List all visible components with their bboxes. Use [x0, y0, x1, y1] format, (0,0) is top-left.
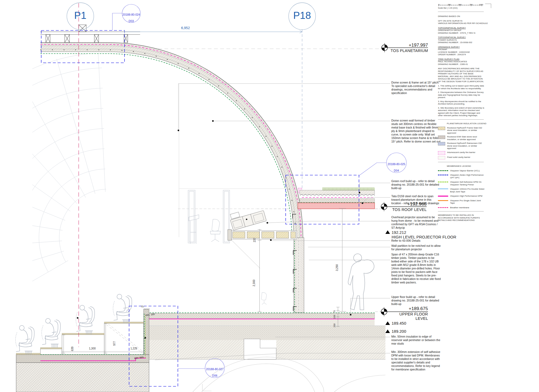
legend-item-label: Breather membrane — [450, 206, 485, 209]
source-title: TOPOGRAPHICAL SURVEY — [438, 36, 490, 39]
grid-markers — [67, 3, 316, 30]
membrane-sample-self-adhesive-dpm — [438, 182, 448, 182]
membrane-sample-dpc — [438, 175, 448, 175]
callout-d04: 20188-80-025 D04 — [385, 159, 408, 175]
note-wall-partition: Wall partition to be notched out to allo… — [391, 244, 441, 251]
source-line: LICENCE NUMBER : 100022432 — [438, 51, 490, 54]
dim-kerb-75: 75 — [140, 305, 143, 308]
steel-deck-zone — [298, 203, 375, 209]
grid-label-p18: P18 — [292, 10, 313, 21]
legend-item-label: Intumescent cavity fire barrier — [447, 151, 483, 154]
architectural-section-sheet: P1 P18 20188-80-024 D03 20188-80-025 D04… — [0, 0, 539, 392]
legend-item-label: Rockwool NyRock® Frame Slab 032 stone wo… — [447, 127, 483, 134]
legend-item: Visqueen Zedex High Performance GPT DPC — [438, 174, 490, 179]
survey-disclaimer: ANY DISCREPANCIES ARISING ARE THE RESPON… — [438, 67, 484, 83]
legend-item: Visqueen High Performance DPM — [438, 195, 490, 197]
source-title: TREE SURVEY PLAN — [438, 58, 490, 61]
source-line: DRAWING NUMBER : 37974_T REV 6 — [438, 32, 490, 34]
survey-source: TOPOGRAPHICAL SURVEY TOWER SURVEYS DRAWI… — [438, 36, 490, 44]
survey-source: ORDNANCE SURVEY PROMAP LICENCE NUMBER : … — [438, 46, 490, 56]
general-note-3: 3. Any discrepancies should be notified … — [438, 100, 484, 105]
level-value-upper-floor: +189.675 — [388, 306, 428, 311]
membrane-sample-joint-tape — [438, 200, 448, 201]
grid-label-p1: P1 — [73, 10, 88, 21]
legend-item-label: Fixed solid cavity barrier — [447, 156, 483, 159]
vapour-barrier-line — [40, 54, 292, 238]
legend-item-label: Visqueen 100mm Pro Double Sided Butyl Jo… — [450, 188, 485, 193]
callout-number: 20188-80-024 — [119, 13, 143, 16]
divider — [438, 12, 484, 12]
x-braced-posts — [46, 34, 128, 43]
level-marker-tos-planetarium — [382, 43, 388, 52]
parapet-structure — [40, 25, 140, 43]
membrane-sample-butyl-tape — [438, 189, 448, 189]
callout-number: 20188-80-027 — [203, 367, 227, 371]
survey-source: GFT ON-SITE SURVEYS VARIOUS INFORMATION … — [438, 20, 490, 25]
green-roof — [298, 188, 375, 209]
insulation-swatch-rainscreen — [438, 142, 445, 145]
dim-screen-wall: 2,300 — [253, 280, 255, 286]
membrane-sample-vcl — [438, 170, 448, 171]
general-note-2: 2. Discrepancies between the Ordnance Su… — [438, 91, 484, 99]
note-upper-floor: Upper floor build up - refer to detail d… — [391, 295, 441, 306]
legend-item: Rockwool NyRock® Frame Slab 032 stone wo… — [438, 127, 490, 134]
callout-number: 20188-80-025 — [385, 162, 408, 166]
office-chair — [210, 219, 220, 242]
legend-item: Rockwool EWI Slab stone wool insulation,… — [438, 136, 490, 141]
legend-item: Visqueen 100mm Pro Double Sided Butyl Jo… — [438, 188, 490, 193]
lectern — [189, 215, 199, 244]
level-label-tos-planetarium: TOS PLANETARIUM — [388, 48, 428, 53]
level-value-projector-floor: 192.212 — [392, 230, 406, 235]
note-refer-43006: Refer to 43-006 Details — [391, 239, 441, 242]
dim-room-height: 3,290 — [336, 264, 338, 271]
source-title: ORDNANCE SURVEY — [438, 46, 490, 48]
legend-item: Rockwool NyRock® Rainscreen 032 stone wo… — [438, 142, 490, 150]
general-note-1: 1. This setting out is based upon third … — [438, 85, 484, 90]
scale-bar-ticks: 0 250 500 750 1000 — [438, 4, 484, 6]
source-line: PROMAP — [438, 48, 490, 51]
source-line: PAUL HICKING ASSOCIATES — [438, 60, 490, 63]
scale-bar-caption: Scale Bar | 1:20 (mm) — [438, 7, 490, 9]
legend-item: Breather membrane — [438, 206, 490, 209]
office-chair-small — [261, 293, 267, 304]
membrane-sample-hp-dpm — [438, 196, 448, 197]
dim-build-250: 250 — [333, 324, 336, 327]
projector-floor — [228, 230, 297, 268]
datum-triangle-189450 — [385, 321, 390, 325]
dim-build-150: 150 — [333, 315, 336, 319]
scale-tick: 1000 — [479, 4, 483, 6]
level-value-tos-planetarium: +197.997 — [388, 43, 428, 48]
divider — [438, 119, 484, 120]
insulation-legend-title: PLANETARIUM INSULATION LEGEND — [447, 122, 490, 125]
callout-sheet: D03 — [119, 19, 143, 23]
datum-lines — [40, 49, 381, 312]
survey-source: TOPOGRAPHICAL SURVEY GREENHATCH GROUP DR… — [438, 27, 490, 34]
source-line: TOWER SURVEYS — [438, 39, 490, 41]
source-line: DRAWING NUMBER : 2285-01 — [438, 63, 490, 66]
level-label-projector-floor: HIGH LEVEL PROJECTOR FLOOR — [392, 235, 456, 239]
insulation-swatch-intumescent — [438, 151, 445, 155]
dimension-overall: 6,952 — [181, 26, 190, 30]
legend-item-label: Rockwool EWI Slab stone wool insulation,… — [447, 136, 483, 141]
survey-source: TREE SURVEY PLAN PAUL HICKING ASSOCIATES… — [438, 58, 490, 66]
dimension-6952 — [125, 30, 302, 34]
legend-item-label: Visqueen Vapour Barrier (VCL) — [450, 169, 485, 172]
callout-sheet: D06 — [203, 374, 227, 377]
membrane-sample-breather — [438, 207, 448, 208]
source-line: DRAWING NUMBER : 15-0008-002 — [438, 41, 490, 44]
legend-item-label: Rockwool NyRock® Rainscreen 032 stone wo… — [447, 142, 483, 150]
standing-person — [348, 254, 374, 310]
source-line: ORDER NUMBER : 2041574 — [438, 53, 490, 56]
legend-item: Intumescent cavity fire barrier — [438, 151, 490, 155]
upper-floor-slab — [147, 313, 385, 359]
scale-tick: 0 — [438, 4, 440, 6]
insulation-swatch-ewi-slab — [438, 136, 445, 139]
source-title: TOPOGRAPHICAL SURVEY — [438, 27, 490, 29]
note-dome-screen-wall: Dome screen wall formed of timber studs … — [391, 119, 441, 143]
divider — [438, 211, 484, 211]
legend-item-label: Visqueen Zedex High Performance GPT DPC — [450, 174, 485, 179]
legend-item: Visqueen Vapour Barrier (VCL) — [438, 169, 490, 172]
dim-riser-977: 977 — [113, 341, 116, 346]
dim-riser-639: 639 — [71, 346, 74, 351]
dome-lattice — [0, 52, 106, 331]
